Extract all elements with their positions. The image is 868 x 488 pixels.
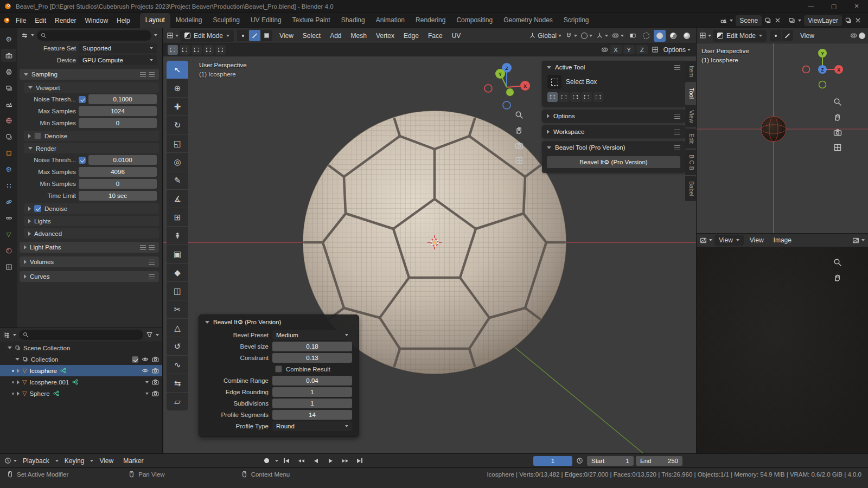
properties-tab-viewlayer[interactable] (1, 81, 16, 94)
tool-edge-slide[interactable]: ⇆ (167, 374, 188, 392)
viewport-menu-edge[interactable]: Edge (400, 29, 423, 43)
outliner-search-input[interactable] (19, 330, 143, 340)
select-mode-extend-button[interactable] (180, 45, 190, 55)
properties-editor-type-icon[interactable] (21, 32, 28, 39)
sidebar-tab-bcb[interactable]: B C B (685, 150, 696, 175)
scene-unlink-icon[interactable] (774, 17, 781, 24)
vertex-select-button[interactable] (237, 30, 248, 41)
select-mode-new-button[interactable] (168, 45, 178, 55)
beavel-tool-header[interactable]: Beavel Tool (Pro Version) (542, 141, 685, 154)
profile-segments-field[interactable]: 14 (272, 410, 352, 420)
beavel-it-button[interactable]: Beavel It⚙ (Pro Version) (547, 156, 680, 168)
gizmo-y-negative-axis[interactable] (819, 81, 826, 88)
tool-annotate[interactable]: ✎ (167, 171, 188, 189)
camera-visibility-icon[interactable] (152, 356, 159, 363)
workspace-tab-rendering[interactable]: Rendering (410, 13, 451, 28)
auto-keying-chevron-icon[interactable] (275, 460, 278, 462)
eye-icon[interactable] (142, 356, 149, 363)
workspace-tab-compositing[interactable]: Compositing (451, 13, 498, 28)
tool-spin[interactable]: ↺ (167, 337, 188, 355)
profile-type-dropdown[interactable]: Round (272, 421, 352, 431)
tool-scale[interactable]: ◱ (167, 134, 188, 152)
pan-hand-icon[interactable] (515, 126, 524, 134)
image-editor-menu-view[interactable]: View (746, 233, 768, 247)
subdivisions-field[interactable]: 1 (272, 399, 352, 408)
scene-browse-icon[interactable] (720, 17, 727, 24)
properties-tab-particles[interactable] (1, 179, 16, 192)
shading-rendered-button[interactable] (681, 30, 693, 42)
tool-loop-cut[interactable]: ◫ (167, 282, 188, 300)
outliner-editor-type-chevron-icon[interactable] (13, 334, 16, 336)
collapse-icon[interactable] (17, 391, 20, 396)
viewport-editor-type-chevron-icon[interactable] (175, 35, 178, 37)
navigation-gizmo[interactable]: Y X Z (800, 47, 845, 92)
render-noise-threshold-field[interactable]: 0.0100 (88, 155, 157, 165)
filter-icon[interactable] (146, 331, 153, 338)
show-gizmo-button[interactable] (595, 30, 609, 42)
properties-search-input[interactable] (37, 30, 151, 41)
image-editor-type-chevron-icon[interactable] (709, 239, 712, 241)
toggle-xray-button[interactable] (627, 30, 639, 42)
timeline-menu-view[interactable]: View (95, 454, 117, 468)
jump-to-start-button[interactable] (280, 455, 293, 466)
eye-closed-icon[interactable] (145, 381, 149, 383)
image-editor-mode-dropdown[interactable]: View (714, 235, 744, 246)
select-mode-subtract-button[interactable] (192, 45, 202, 55)
zoom-icon[interactable] (515, 111, 524, 119)
snapping-button[interactable] (564, 30, 578, 42)
select-box-tool-button[interactable] (547, 75, 561, 89)
tool-smooth[interactable]: ∿ (167, 356, 188, 374)
tool-bevel[interactable]: ◆ (167, 264, 188, 281)
snap-to-icon[interactable] (652, 46, 659, 53)
gizmo-z-negative-axis[interactable] (503, 101, 510, 109)
properties-tab-output[interactable] (1, 65, 16, 78)
orthographic-grid-icon[interactable] (833, 143, 842, 152)
gizmo-x-negative-axis[interactable] (484, 85, 492, 92)
workspace-tab-animation[interactable]: Animation (371, 13, 410, 28)
camera-visibility-icon[interactable] (152, 378, 159, 386)
gizmo-x-negative-axis[interactable] (803, 66, 810, 73)
outliner-row-sphere[interactable]: ▽ Sphere (0, 388, 162, 399)
render-denoise-row[interactable]: Denoise (24, 203, 159, 214)
max-samples-field[interactable]: 1024 (79, 106, 157, 116)
noise-threshold-checkbox[interactable] (79, 96, 86, 103)
right-viewport-canvas[interactable]: User Perspective (1) Icosphere Y X Z (697, 43, 868, 233)
viewlayer-selector[interactable]: ViewLayer (804, 15, 842, 26)
play-reverse-button[interactable] (310, 455, 322, 466)
menu-window[interactable]: Window (80, 14, 112, 28)
min-samples-field[interactable]: 0 (79, 118, 157, 128)
filter-chevron-icon[interactable] (156, 334, 159, 336)
frame-end-field[interactable]: End 250 (636, 456, 682, 466)
properties-filter-chevron-icon[interactable] (154, 34, 157, 36)
image-editor-type-icon[interactable] (700, 237, 707, 244)
workspace-tab-layout[interactable]: Layout (140, 13, 170, 28)
viewport-denoise-checkbox[interactable] (34, 132, 41, 139)
shading-solid-button[interactable] (654, 30, 666, 42)
mode-dropdown[interactable]: Edit Mode (713, 30, 767, 42)
viewport-subpanel-header[interactable]: Viewport (24, 82, 159, 93)
play-button[interactable] (324, 455, 337, 466)
tool-move[interactable]: ✚ (167, 98, 188, 115)
camera-view-icon[interactable] (833, 128, 842, 137)
browse-image-chevron-icon[interactable] (861, 239, 865, 241)
viewport-menu-add[interactable]: Add (326, 29, 345, 43)
options-header[interactable]: Options (542, 110, 685, 123)
workspace-header[interactable]: Workspace (542, 125, 685, 138)
outliner-row-scene-collection[interactable]: Scene Collection (0, 342, 162, 354)
drag-dots-icon[interactable] (149, 260, 155, 265)
drag-dots-icon[interactable] (149, 274, 155, 279)
expand-icon[interactable] (8, 346, 12, 349)
advanced-subpanel-header[interactable]: Advanced (24, 228, 159, 239)
outliner-editor-type-icon[interactable] (3, 331, 10, 338)
timeline-editor-type-chevron-icon[interactable] (14, 460, 17, 462)
camera-view-icon[interactable] (515, 141, 524, 150)
edge-select-button[interactable] (782, 30, 793, 41)
viewlayer-browse-chevron-icon[interactable] (798, 20, 801, 22)
viewport-menu-face[interactable]: Face (424, 29, 446, 43)
properties-tab-material[interactable] (1, 244, 16, 257)
properties-editor-type-chevron-icon[interactable] (31, 34, 34, 36)
scene-selector[interactable]: Scene (736, 15, 762, 26)
noise-threshold-field[interactable]: 0.1000 (88, 94, 157, 104)
sampling-panel-header[interactable]: Sampling (20, 69, 159, 80)
menu-render[interactable]: Render (50, 14, 80, 28)
